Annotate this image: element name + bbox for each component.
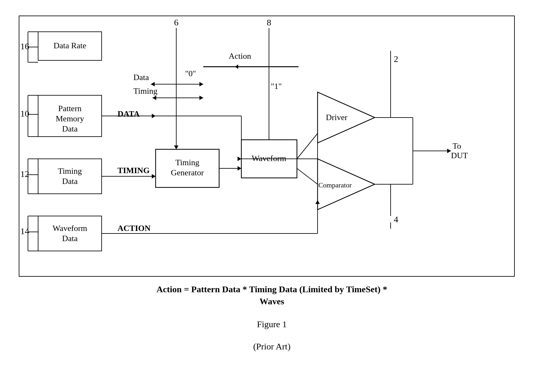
timing-data-label-1: Timing	[58, 166, 82, 176]
node-8: 8	[267, 17, 271, 27]
waveform-data-block	[38, 216, 102, 251]
timing-generator-label-2: Generator	[171, 168, 204, 177]
node-4: 4	[394, 214, 398, 224]
comparator-label: Comparator	[318, 181, 352, 189]
to-dut-label-2: DUT	[451, 151, 468, 160]
timing-data-label-2: Data	[62, 177, 78, 186]
data-bus-label: DATA	[118, 109, 140, 118]
figure-label: Figure 1	[257, 319, 287, 329]
timing-data-block	[38, 159, 102, 194]
formula-line-2: Waves	[259, 296, 284, 306]
action-bus-label: ACTION	[118, 224, 151, 233]
zero-label: "0"	[185, 69, 196, 78]
data-label: Data	[133, 73, 149, 82]
prior-art-label: (Prior Art)	[253, 341, 290, 351]
waveform-data-label-2: Data	[62, 234, 78, 243]
waveform-label: Waveform	[252, 154, 286, 163]
action-top-label: Action	[229, 51, 251, 61]
timing-generator-label-1: Timing	[175, 158, 199, 167]
formula-line-1: Action = Pattern Data * Timing Data (Lim…	[157, 284, 387, 294]
node-6: 6	[174, 17, 178, 27]
timing-bus-label: TIMING	[118, 166, 150, 175]
waveform-data-label-1: Waveform	[52, 224, 87, 233]
pattern-memory-label-3: Data	[62, 124, 78, 133]
to-dut-label-1: To	[453, 141, 461, 151]
pattern-memory-label-2: Memory	[56, 114, 84, 123]
node-2: 2	[394, 54, 398, 64]
driver-label: Driver	[326, 113, 347, 122]
one-label: "1"	[271, 82, 282, 91]
diagram-container: Data Rate Pattern Memory Data Timing Dat…	[0, 0, 544, 392]
timing-label: Timing	[133, 86, 158, 96]
pattern-memory-label-1: Pattern	[58, 104, 82, 113]
data-rate-label: Data Rate	[53, 41, 86, 50]
